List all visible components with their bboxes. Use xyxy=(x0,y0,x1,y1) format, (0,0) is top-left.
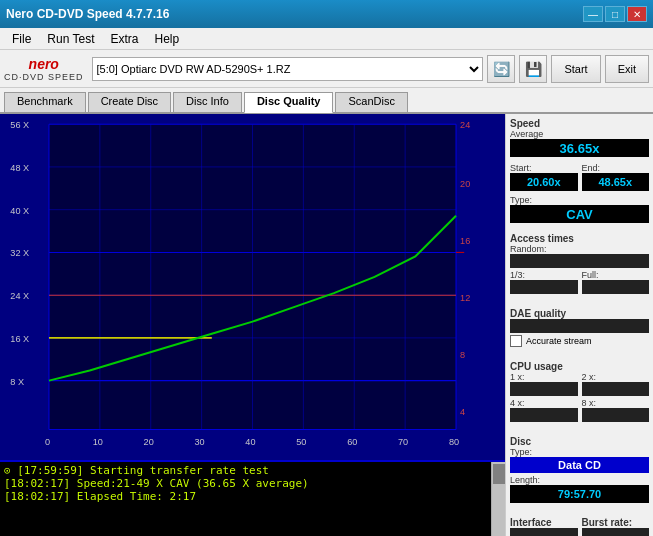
svg-text:4: 4 xyxy=(460,407,465,417)
interface-value xyxy=(510,528,578,536)
cpu-8x-value xyxy=(582,408,650,422)
burst-rate-value xyxy=(582,528,650,536)
end-section: End: 48.65x xyxy=(582,163,650,191)
svg-text:24: 24 xyxy=(460,120,470,130)
end-value: 48.65x xyxy=(582,173,650,191)
disc-type-label: Type: xyxy=(510,447,649,457)
save-icon-button[interactable]: 💾 xyxy=(519,55,547,83)
chart-area: 56 X 48 X 40 X 32 X 24 X 16 X 8 X 24 20 … xyxy=(0,114,505,536)
svg-text:40: 40 xyxy=(245,437,255,447)
svg-text:0: 0 xyxy=(45,437,50,447)
log-area: ⊙ [17:59:59] Starting transfer rate test… xyxy=(0,460,505,536)
access-times-section: Access times Random: 1/3: Full: xyxy=(510,233,649,294)
cpu-label: CPU usage xyxy=(510,361,649,372)
average-value: 36.65x xyxy=(510,139,649,157)
svg-text:70: 70 xyxy=(398,437,408,447)
type-label: Type: xyxy=(510,195,649,205)
nero-logo: nero CD·DVD SPEED xyxy=(4,56,84,82)
menu-file[interactable]: File xyxy=(4,30,39,48)
onethird-label: 1/3: xyxy=(510,270,578,280)
cpu-details-2: 4 x: 8 x: xyxy=(510,398,649,422)
interface-label: Interface xyxy=(510,517,578,528)
cpu-details: 1 x: 2 x: xyxy=(510,372,649,396)
tab-create-disc[interactable]: Create Disc xyxy=(88,92,171,112)
svg-text:30: 30 xyxy=(194,437,204,447)
svg-text:16 X: 16 X xyxy=(10,334,29,344)
speed-details: Start: 20.60x End: 48.65x xyxy=(510,163,649,191)
cpu-1x-label: 1 x: xyxy=(510,372,578,382)
accurate-stream-label: Accurate stream xyxy=(526,336,592,346)
accurate-stream-checkbox[interactable] xyxy=(510,335,522,347)
cpu-4x-label: 4 x: xyxy=(510,398,578,408)
drive-select[interactable]: [5:0] Optiarc DVD RW AD-5290S+ 1.RZ xyxy=(92,57,484,81)
log-line-2: [18:02:17] Elapsed Time: 2:17 xyxy=(4,490,487,503)
disc-section: Disc Type: Data CD Length: 79:57.70 xyxy=(510,436,649,503)
onethird-section: 1/3: xyxy=(510,270,578,294)
log-scrollbar[interactable] xyxy=(491,462,505,536)
svg-text:12: 12 xyxy=(460,293,470,303)
interface-section: Interface Burst rate: xyxy=(510,517,649,536)
access-times-label: Access times xyxy=(510,233,649,244)
nero-logo-subtitle: CD·DVD SPEED xyxy=(4,72,84,82)
full-label: Full: xyxy=(582,270,650,280)
exit-button[interactable]: Exit xyxy=(605,55,649,83)
refresh-icon-button[interactable]: 🔄 xyxy=(487,55,515,83)
svg-text:80: 80 xyxy=(449,437,459,447)
burst-rate-label: Burst rate: xyxy=(582,517,650,528)
nero-logo-text: nero xyxy=(29,56,59,72)
cpu-4x: 4 x: xyxy=(510,398,578,422)
cpu-1x-value xyxy=(510,382,578,396)
cpu-2x-value xyxy=(582,382,650,396)
cpu-1x: 1 x: xyxy=(510,372,578,396)
start-value: 20.60x xyxy=(510,173,578,191)
tab-scan-disc[interactable]: ScanDisc xyxy=(335,92,407,112)
interface-subsection: Interface xyxy=(510,517,578,536)
svg-text:40 X: 40 X xyxy=(10,206,29,216)
cpu-8x: 8 x: xyxy=(582,398,650,422)
close-button[interactable]: ✕ xyxy=(627,6,647,22)
random-value xyxy=(510,254,649,268)
svg-text:20: 20 xyxy=(144,437,154,447)
log-scroll-thumb[interactable] xyxy=(493,464,505,484)
type-section: Type: CAV xyxy=(510,195,649,223)
disc-label: Disc xyxy=(510,436,649,447)
svg-text:20: 20 xyxy=(460,179,470,189)
menu-bar: File Run Test Extra Help xyxy=(0,28,653,50)
start-section: Start: 20.60x xyxy=(510,163,578,191)
tab-bar: Benchmark Create Disc Disc Info Disc Qua… xyxy=(0,88,653,114)
tab-disc-quality[interactable]: Disc Quality xyxy=(244,92,334,113)
log-line-1: [18:02:17] Speed:21-49 X CAV (36.65 X av… xyxy=(4,477,487,490)
start-label: Start: xyxy=(510,163,578,173)
maximize-button[interactable]: □ xyxy=(605,6,625,22)
menu-help[interactable]: Help xyxy=(147,30,188,48)
average-label: Average xyxy=(510,129,649,139)
log-line-0: ⊙ [17:59:59] Starting transfer rate test xyxy=(4,464,487,477)
svg-text:16: 16 xyxy=(460,236,470,246)
cpu-2x-label: 2 x: xyxy=(582,372,650,382)
svg-text:8 X: 8 X xyxy=(10,377,24,387)
dae-value xyxy=(510,319,649,333)
onethird-value xyxy=(510,280,578,294)
access-details: 1/3: Full: xyxy=(510,270,649,294)
chart-svg: 56 X 48 X 40 X 32 X 24 X 16 X 8 X 24 20 … xyxy=(0,114,505,460)
svg-text:32 X: 32 X xyxy=(10,248,29,258)
full-section: Full: xyxy=(582,270,650,294)
minimize-button[interactable]: — xyxy=(583,6,603,22)
main-content: 56 X 48 X 40 X 32 X 24 X 16 X 8 X 24 20 … xyxy=(0,114,653,536)
right-panel: Speed Average 36.65x Start: 20.60x End: … xyxy=(505,114,653,536)
cpu-section: CPU usage 1 x: 2 x: 4 x: 8 x: xyxy=(510,361,649,422)
tab-benchmark[interactable]: Benchmark xyxy=(4,92,86,112)
start-button[interactable]: Start xyxy=(551,55,600,83)
cpu-8x-label: 8 x: xyxy=(582,398,650,408)
type-value: CAV xyxy=(510,205,649,223)
svg-text:10: 10 xyxy=(93,437,103,447)
dae-label: DAE quality xyxy=(510,308,649,319)
menu-extra[interactable]: Extra xyxy=(102,30,146,48)
tab-disc-info[interactable]: Disc Info xyxy=(173,92,242,112)
cpu-4x-value xyxy=(510,408,578,422)
title-bar: Nero CD-DVD Speed 4.7.7.16 — □ ✕ xyxy=(0,0,653,28)
disc-length-label: Length: xyxy=(510,475,649,485)
menu-run-test[interactable]: Run Test xyxy=(39,30,102,48)
app-title: Nero CD-DVD Speed 4.7.7.16 xyxy=(6,7,169,21)
svg-text:48 X: 48 X xyxy=(10,163,29,173)
